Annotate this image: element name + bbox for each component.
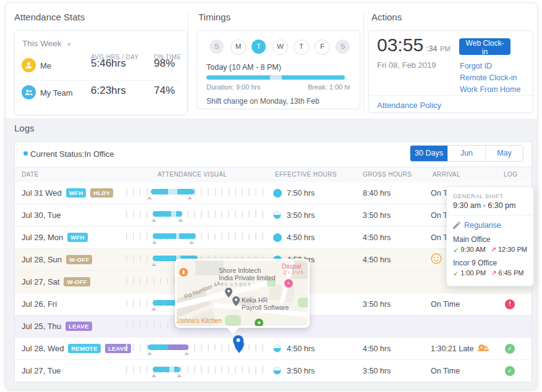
log-date-cell: Jul 25, ThuLEAVE	[22, 315, 92, 337]
timeline-tick	[248, 366, 250, 373]
gross-hours-cell: 8:40 hrs	[363, 189, 391, 198]
day-circle-0[interactable]: S	[210, 40, 224, 54]
timeline-tick	[126, 344, 127, 351]
clock-entry-1: Incor 9 Office↙ 1:00 PM↗ 6:45 PM	[453, 259, 530, 277]
log-row-8[interactable]: Jul 27, Tue3:50 hrs3:50 hrsOn Time✓	[15, 360, 531, 382]
arrival-cell: On Time	[431, 360, 460, 382]
map-canvas[interactable]: Shore InfotechIndia Private limited శోర్…	[177, 261, 308, 326]
bar-segment-solid	[153, 211, 171, 217]
alert-icon[interactable]: !	[505, 299, 515, 309]
timeline-tick	[214, 188, 216, 196]
attendance-bar	[148, 344, 188, 350]
timeline-tick	[140, 344, 141, 351]
stats-row-label: My Team	[40, 88, 73, 98]
timeline-tick	[248, 211, 250, 218]
timeline-tick	[255, 211, 256, 218]
day-circle-3[interactable]: W	[273, 40, 288, 55]
map-place4-sub: హైదరాబాద్	[283, 270, 305, 275]
attendance-policy-link[interactable]: Attendance Policy	[377, 101, 441, 110]
timeline-tick	[228, 233, 229, 240]
timings-card: SMTWTFS Today (10 AM - 8 PM) Duration: 9…	[197, 30, 360, 109]
timeline-tick	[255, 188, 256, 196]
timeline-tick	[221, 211, 222, 218]
column-header: ATTENDANCE VISUAL	[158, 171, 227, 178]
timeline-tick	[180, 366, 182, 373]
timeline-tick	[126, 255, 127, 262]
clock-display: 03:55 :34 PM	[377, 35, 451, 56]
clock-in-arrow-icon: ↙	[453, 269, 459, 277]
range-button-30-days[interactable]: 30 Days	[410, 146, 447, 161]
bar-marker-icon	[147, 352, 152, 355]
table-header: DATEATTENDANCE VISUALEFFECTIVE HOURSGROS…	[15, 167, 531, 183]
day-circle-2[interactable]: T	[252, 40, 266, 54]
log-date-cell: Jul 26, Fri	[22, 293, 57, 315]
bar-segment-solid	[153, 256, 176, 261]
timeline-tick	[228, 188, 229, 196]
bar-segment-solid	[174, 367, 180, 372]
timeline-tick	[133, 211, 134, 218]
log-date-cell: Jul 29, MonWFH	[22, 227, 88, 248]
range-button-jun[interactable]: Jun	[447, 146, 485, 161]
badge-leave: LEAVE	[66, 322, 91, 331]
timeline-tick	[167, 322, 168, 329]
timeline-tick	[201, 188, 202, 196]
bar-segment-solid	[153, 367, 169, 372]
bar-segment-light	[168, 189, 177, 194]
bar-marker-icon	[177, 374, 182, 377]
bar-marker-icon	[187, 196, 192, 199]
timeline-tick	[133, 322, 134, 329]
timeline-tick	[140, 277, 141, 285]
log-date: Jul 31 Wed	[22, 188, 62, 198]
attendance-visual-cell	[126, 360, 271, 382]
timeline-tick	[194, 211, 195, 218]
check-icon[interactable]: ✓	[505, 344, 515, 354]
actions-card: 03:55 :34 PM Fri 08, Feb 2019 Web Clock-…	[368, 30, 533, 113]
timeline-tick	[167, 277, 168, 285]
location-map-popup[interactable]: Shore InfotechIndia Private limited శోర్…	[175, 259, 310, 328]
timeline-tick	[214, 366, 216, 373]
date-range-switcher: 30 DaysJunMay	[410, 145, 523, 162]
arrival-cell: 1:30:21 Late	[431, 338, 489, 359]
section-divider	[363, 12, 364, 112]
divider	[22, 80, 180, 81]
timeline-tick	[242, 188, 243, 196]
clock-entry-0: Main Office↙ 9:30 AM↗ 12:30 PM	[453, 235, 530, 254]
action-link-1[interactable]: Remote Clock-in	[460, 73, 520, 82]
log-date: Jul 29, Mon	[22, 233, 63, 242]
timeline-tick	[242, 211, 243, 218]
attendance-visual-cell	[126, 227, 271, 248]
period-selector[interactable]: This Week ▾	[22, 39, 70, 48]
location-pin-icon[interactable]	[233, 335, 243, 350]
action-link-0[interactable]: Forgot ID	[460, 62, 520, 70]
check-icon[interactable]: ✓	[505, 366, 515, 376]
bar-segment-solid	[153, 233, 176, 239]
timeline-tick	[262, 188, 263, 196]
range-button-may[interactable]: May	[485, 146, 523, 161]
today-shift-label: Today (10 AM - 8 PM)	[206, 63, 281, 72]
effective-hours-icon	[273, 367, 281, 375]
timings-title: Timings	[198, 12, 231, 22]
avg-hours-value: 6:23hrs	[91, 85, 126, 97]
pencil-icon	[453, 222, 460, 229]
restaurant-poi-icon: ▮	[179, 268, 188, 277]
on-time-value: 98%	[154, 57, 175, 70]
clock-in-arrow-icon: ↙	[453, 246, 459, 253]
day-circle-5[interactable]: F	[315, 40, 330, 55]
current-date: Fri 08, Feb 2019	[377, 60, 436, 70]
timeline-tick	[126, 277, 127, 285]
day-circle-4[interactable]: T	[294, 40, 309, 55]
timeline-tick	[133, 344, 134, 351]
bar-marker-icon	[151, 263, 156, 266]
log-row-7[interactable]: Jul 28, WedREMOTELEAVE4:50 hrs4:50 hrs1:…	[15, 338, 531, 360]
timeline-tick	[146, 255, 148, 262]
map-park	[225, 315, 241, 326]
action-link-2[interactable]: Work From Home	[460, 85, 520, 94]
day-circle-6[interactable]: S	[336, 40, 350, 54]
web-clockin-button[interactable]: Web Clock-in	[459, 38, 510, 55]
timeline-tick	[208, 233, 209, 240]
effective-hours-icon	[273, 189, 282, 198]
timeline-tick	[221, 366, 222, 373]
effective-hours-cell: 3:50 hrs	[287, 211, 315, 220]
day-circle-1[interactable]: M	[231, 40, 246, 55]
regularise-link[interactable]: Regularise	[453, 221, 530, 230]
